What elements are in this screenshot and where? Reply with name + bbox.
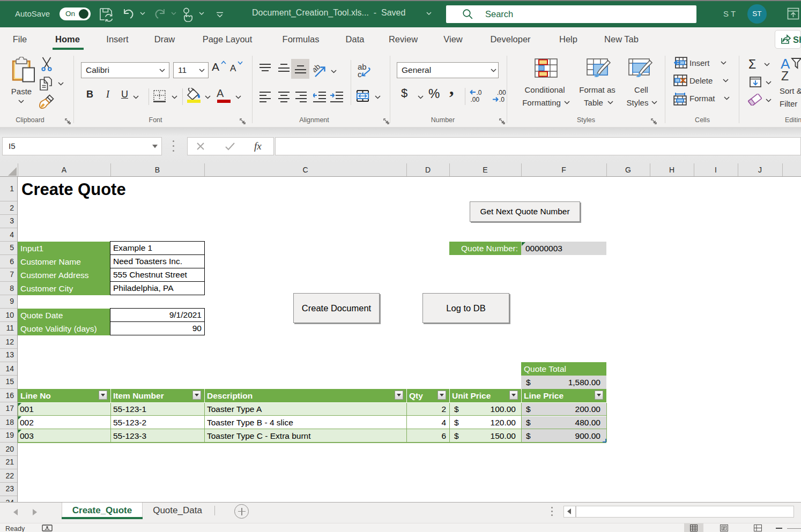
svg-text:.0: .0 — [499, 96, 505, 103]
svg-text:.00: .00 — [471, 96, 480, 103]
svg-text:ab: ab — [313, 63, 322, 74]
svg-text:c: c — [358, 70, 362, 79]
svg-text:Z: Z — [781, 69, 789, 83]
